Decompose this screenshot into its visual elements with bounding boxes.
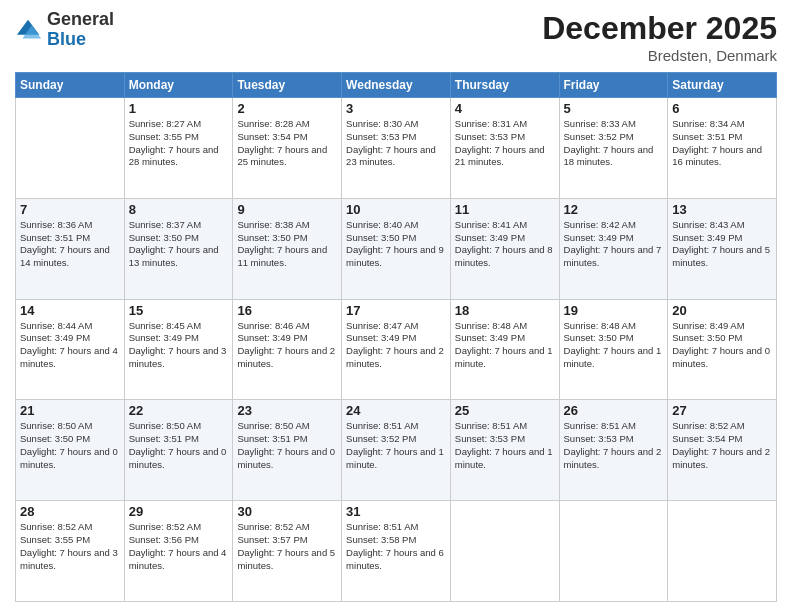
day-info: Sunrise: 8:33 AMSunset: 3:52 PMDaylight:… [564,118,664,169]
day-number: 24 [346,403,446,418]
day-info: Sunrise: 8:30 AMSunset: 3:53 PMDaylight:… [346,118,446,169]
day-info: Sunrise: 8:47 AMSunset: 3:49 PMDaylight:… [346,320,446,371]
subtitle: Bredsten, Denmark [542,47,777,64]
day-number: 4 [455,101,555,116]
day-info: Sunrise: 8:52 AMSunset: 3:55 PMDaylight:… [20,521,120,572]
day-info: Sunrise: 8:52 AMSunset: 3:57 PMDaylight:… [237,521,337,572]
calendar-cell: 16Sunrise: 8:46 AMSunset: 3:49 PMDayligh… [233,299,342,400]
calendar-cell: 20Sunrise: 8:49 AMSunset: 3:50 PMDayligh… [668,299,777,400]
day-number: 16 [237,303,337,318]
day-number: 22 [129,403,229,418]
logo: General Blue [15,10,114,50]
day-info: Sunrise: 8:37 AMSunset: 3:50 PMDaylight:… [129,219,229,270]
day-number: 23 [237,403,337,418]
calendar-cell [668,501,777,602]
day-info: Sunrise: 8:52 AMSunset: 3:56 PMDaylight:… [129,521,229,572]
calendar-week-3: 14Sunrise: 8:44 AMSunset: 3:49 PMDayligh… [16,299,777,400]
logo-blue-text: Blue [47,30,114,50]
day-number: 6 [672,101,772,116]
calendar-cell: 8Sunrise: 8:37 AMSunset: 3:50 PMDaylight… [124,198,233,299]
day-number: 26 [564,403,664,418]
calendar-table: SundayMondayTuesdayWednesdayThursdayFrid… [15,72,777,602]
day-number: 15 [129,303,229,318]
day-info: Sunrise: 8:28 AMSunset: 3:54 PMDaylight:… [237,118,337,169]
calendar-cell: 3Sunrise: 8:30 AMSunset: 3:53 PMDaylight… [342,98,451,199]
day-info: Sunrise: 8:50 AMSunset: 3:51 PMDaylight:… [237,420,337,471]
day-header-sunday: Sunday [16,73,125,98]
calendar-cell: 29Sunrise: 8:52 AMSunset: 3:56 PMDayligh… [124,501,233,602]
day-info: Sunrise: 8:50 AMSunset: 3:50 PMDaylight:… [20,420,120,471]
day-info: Sunrise: 8:44 AMSunset: 3:49 PMDaylight:… [20,320,120,371]
day-info: Sunrise: 8:51 AMSunset: 3:58 PMDaylight:… [346,521,446,572]
title-block: December 2025 Bredsten, Denmark [542,10,777,64]
calendar-cell: 14Sunrise: 8:44 AMSunset: 3:49 PMDayligh… [16,299,125,400]
day-info: Sunrise: 8:52 AMSunset: 3:54 PMDaylight:… [672,420,772,471]
calendar-cell: 1Sunrise: 8:27 AMSunset: 3:55 PMDaylight… [124,98,233,199]
calendar-cell [16,98,125,199]
calendar-cell: 19Sunrise: 8:48 AMSunset: 3:50 PMDayligh… [559,299,668,400]
day-number: 18 [455,303,555,318]
calendar-cell: 7Sunrise: 8:36 AMSunset: 3:51 PMDaylight… [16,198,125,299]
day-info: Sunrise: 8:48 AMSunset: 3:49 PMDaylight:… [455,320,555,371]
day-info: Sunrise: 8:51 AMSunset: 3:52 PMDaylight:… [346,420,446,471]
calendar-cell: 28Sunrise: 8:52 AMSunset: 3:55 PMDayligh… [16,501,125,602]
day-number: 5 [564,101,664,116]
calendar-cell: 26Sunrise: 8:51 AMSunset: 3:53 PMDayligh… [559,400,668,501]
day-info: Sunrise: 8:48 AMSunset: 3:50 PMDaylight:… [564,320,664,371]
day-number: 13 [672,202,772,217]
calendar-cell: 6Sunrise: 8:34 AMSunset: 3:51 PMDaylight… [668,98,777,199]
day-info: Sunrise: 8:51 AMSunset: 3:53 PMDaylight:… [564,420,664,471]
day-info: Sunrise: 8:43 AMSunset: 3:49 PMDaylight:… [672,219,772,270]
day-info: Sunrise: 8:27 AMSunset: 3:55 PMDaylight:… [129,118,229,169]
day-number: 25 [455,403,555,418]
day-number: 11 [455,202,555,217]
calendar-cell: 23Sunrise: 8:50 AMSunset: 3:51 PMDayligh… [233,400,342,501]
calendar-cell: 18Sunrise: 8:48 AMSunset: 3:49 PMDayligh… [450,299,559,400]
day-number: 27 [672,403,772,418]
day-number: 31 [346,504,446,519]
calendar-cell: 25Sunrise: 8:51 AMSunset: 3:53 PMDayligh… [450,400,559,501]
day-info: Sunrise: 8:34 AMSunset: 3:51 PMDaylight:… [672,118,772,169]
day-number: 17 [346,303,446,318]
calendar-cell: 10Sunrise: 8:40 AMSunset: 3:50 PMDayligh… [342,198,451,299]
day-number: 19 [564,303,664,318]
day-number: 29 [129,504,229,519]
day-header-monday: Monday [124,73,233,98]
day-info: Sunrise: 8:50 AMSunset: 3:51 PMDaylight:… [129,420,229,471]
day-info: Sunrise: 8:51 AMSunset: 3:53 PMDaylight:… [455,420,555,471]
calendar-week-4: 21Sunrise: 8:50 AMSunset: 3:50 PMDayligh… [16,400,777,501]
calendar-cell: 13Sunrise: 8:43 AMSunset: 3:49 PMDayligh… [668,198,777,299]
calendar-cell: 22Sunrise: 8:50 AMSunset: 3:51 PMDayligh… [124,400,233,501]
day-number: 8 [129,202,229,217]
calendar-cell: 4Sunrise: 8:31 AMSunset: 3:53 PMDaylight… [450,98,559,199]
calendar-cell [559,501,668,602]
calendar-cell: 31Sunrise: 8:51 AMSunset: 3:58 PMDayligh… [342,501,451,602]
logo-general-text: General [47,10,114,30]
day-number: 21 [20,403,120,418]
calendar-header-row: SundayMondayTuesdayWednesdayThursdayFrid… [16,73,777,98]
calendar-cell: 9Sunrise: 8:38 AMSunset: 3:50 PMDaylight… [233,198,342,299]
day-number: 3 [346,101,446,116]
day-number: 9 [237,202,337,217]
calendar-cell: 11Sunrise: 8:41 AMSunset: 3:49 PMDayligh… [450,198,559,299]
calendar-cell: 21Sunrise: 8:50 AMSunset: 3:50 PMDayligh… [16,400,125,501]
calendar-cell: 15Sunrise: 8:45 AMSunset: 3:49 PMDayligh… [124,299,233,400]
day-number: 20 [672,303,772,318]
header: General Blue December 2025 Bredsten, Den… [15,10,777,64]
day-header-wednesday: Wednesday [342,73,451,98]
logo-text: General Blue [47,10,114,50]
day-header-friday: Friday [559,73,668,98]
day-number: 7 [20,202,120,217]
day-header-tuesday: Tuesday [233,73,342,98]
calendar-cell: 12Sunrise: 8:42 AMSunset: 3:49 PMDayligh… [559,198,668,299]
calendar-cell: 27Sunrise: 8:52 AMSunset: 3:54 PMDayligh… [668,400,777,501]
day-number: 1 [129,101,229,116]
calendar-cell: 2Sunrise: 8:28 AMSunset: 3:54 PMDaylight… [233,98,342,199]
day-info: Sunrise: 8:36 AMSunset: 3:51 PMDaylight:… [20,219,120,270]
logo-icon [15,16,43,44]
day-info: Sunrise: 8:42 AMSunset: 3:49 PMDaylight:… [564,219,664,270]
calendar-cell: 30Sunrise: 8:52 AMSunset: 3:57 PMDayligh… [233,501,342,602]
day-info: Sunrise: 8:31 AMSunset: 3:53 PMDaylight:… [455,118,555,169]
main-title: December 2025 [542,10,777,47]
day-info: Sunrise: 8:40 AMSunset: 3:50 PMDaylight:… [346,219,446,270]
